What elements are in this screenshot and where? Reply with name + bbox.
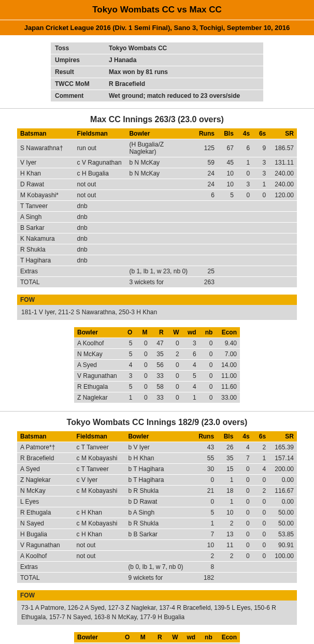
bowling-row: A Syed405604014.00 bbox=[74, 360, 240, 371]
th-econ: Econ bbox=[216, 632, 240, 643]
batting-row: T Tanveerdnb bbox=[17, 201, 297, 212]
info-toss: Tokyo Wombats CC bbox=[105, 42, 263, 54]
innings1-bowling-table: Bowler O M R W wd nb Econ A Koolhof50470… bbox=[74, 327, 240, 403]
match-subtitle: Japan Cricket League 2016 (Div. 1 Semi F… bbox=[0, 20, 314, 35]
info-result-label: Result bbox=[51, 66, 105, 78]
info-toss-label: Toss bbox=[51, 42, 105, 54]
th-6s: 6s bbox=[253, 128, 269, 139]
match-info-table: TossTokyo Wombats CC UmpiresJ Hanada Res… bbox=[51, 42, 263, 102]
th-6s: 6s bbox=[253, 431, 269, 442]
batting-row: N McKayc M Kobayashib R Shukla211802116.… bbox=[17, 486, 297, 496]
extras-row: Extras (b 0, lb 1, w 7, nb 0) 8 bbox=[17, 562, 297, 573]
th-bowler: Bowler bbox=[74, 327, 120, 338]
th-bowler: Bowler bbox=[125, 431, 193, 442]
th-fieldsman: Fieldsman bbox=[74, 128, 126, 139]
innings2-fow: FOW 73-1 A Patmore, 126-2 A Syed, 127-3 … bbox=[17, 590, 297, 625]
th-bowler: Bowler bbox=[74, 632, 117, 643]
batting-row: N Sayedc M Kobayashib R Shukla120050.00 bbox=[17, 518, 297, 529]
fow-label: FOW bbox=[17, 590, 297, 601]
th-bls: Bls bbox=[218, 128, 237, 139]
th-r: R bbox=[149, 632, 165, 643]
batting-row: V Iyerc V Ragunathanb N McKay594513131.1… bbox=[17, 157, 297, 168]
batting-row: R Shukladnb bbox=[17, 244, 297, 255]
th-batsman: Batsman bbox=[17, 431, 74, 442]
fow-text: 181-1 V Iyer, 211-2 S Nawarathna, 250-3 … bbox=[20, 308, 294, 317]
batting-row: S Nawarathna†run out(H Bugalia/Z Nagleka… bbox=[17, 139, 297, 157]
match-title: Tokyo Wombats CC vs Max CC bbox=[0, 0, 314, 20]
fow-text: 73-1 A Patmore, 126-2 A Syed, 127-3 Z Na… bbox=[20, 603, 294, 622]
batting-row: V Ragunathannot out10110090.91 bbox=[17, 540, 297, 551]
th-batsman: Batsman bbox=[17, 128, 74, 139]
th-nb: nb bbox=[198, 632, 216, 643]
divider bbox=[0, 108, 314, 109]
th-4s: 4s bbox=[236, 431, 252, 442]
th-o: O bbox=[117, 632, 133, 643]
th-4s: 4s bbox=[237, 128, 253, 139]
innings2-batting-table: Batsman Fieldsman Bowler Runs Bls 4s 6s … bbox=[17, 431, 297, 583]
th-m: M bbox=[133, 632, 148, 643]
batting-row: M Kobayashi*not out6500120.00 bbox=[17, 190, 297, 201]
batting-row: H Bugaliac H Khanb B Sarkar7130053.85 bbox=[17, 529, 297, 540]
batting-row: B Sarkardnb bbox=[17, 223, 297, 233]
th-bowler: Bowler bbox=[126, 128, 193, 139]
fow-label: FOW bbox=[17, 295, 297, 305]
info-umpires-label: Umpires bbox=[51, 54, 105, 66]
info-mom: R Bracefield bbox=[105, 78, 263, 90]
info-comment: Wet ground; match reduced to 23 overs/si… bbox=[105, 90, 263, 102]
info-umpires: J Hanada bbox=[105, 54, 263, 66]
batting-row: R Bracefieldc M Kobayashib H Khan5535711… bbox=[17, 453, 297, 464]
innings2-bowling-table: Bowler O M R W wd nb Econ R Shukla502820… bbox=[74, 632, 240, 644]
batting-row: Z Naglekarc V Iyerb T Hagihara01000.00 bbox=[17, 475, 297, 486]
batting-row: A Singhdnb bbox=[17, 212, 297, 223]
extras-row: Extras (b 1, lb 1, w 23, nb 0) 25 bbox=[17, 266, 297, 277]
total-row: TOTAL 3 wickets for 263 bbox=[17, 277, 297, 288]
th-wd: wd bbox=[181, 632, 199, 643]
bowling-row: R Ethugala505804011.60 bbox=[74, 382, 240, 392]
th-w: W bbox=[165, 632, 181, 643]
batting-row: A Koolhofnot out2200100.00 bbox=[17, 551, 297, 562]
bowling-row: Z Naglekar103301033.00 bbox=[74, 392, 240, 403]
batting-row: R Ethugalac H Khanb A Singh5100050.00 bbox=[17, 507, 297, 518]
batting-row: K Nakamuradnb bbox=[17, 233, 297, 244]
batting-row: A Syedc T Tanveerb T Hagihara301504200.0… bbox=[17, 464, 297, 475]
th-runs: Runs bbox=[193, 431, 217, 442]
batting-row: A Patmore*†c T Tanveerb V Iyer432642165.… bbox=[17, 442, 297, 453]
info-comment-label: Comment bbox=[51, 90, 105, 102]
innings1-fow: FOW 181-1 V Iyer, 211-2 S Nawarathna, 25… bbox=[17, 295, 297, 320]
batting-row: T Hagiharadnb bbox=[17, 255, 297, 266]
innings1-batting-table: Batsman Fieldsman Bowler Runs Bls 4s 6s … bbox=[17, 128, 297, 287]
bowling-row: V Ragunathan303305011.00 bbox=[74, 371, 240, 382]
th-wd: wd bbox=[182, 327, 199, 338]
total-row: TOTAL 9 wickets for 182 bbox=[17, 573, 297, 583]
divider bbox=[0, 411, 314, 412]
innings2-title: Tokyo Wombats CC Innings 182/9 (23.0 ove… bbox=[0, 418, 314, 427]
th-nb: nb bbox=[199, 327, 216, 338]
bowling-row: N McKay50352607.00 bbox=[74, 349, 240, 360]
th-m: M bbox=[135, 327, 150, 338]
th-sr: SR bbox=[269, 128, 297, 139]
batting-row: L Eyesb D Rawat01000.00 bbox=[17, 496, 297, 507]
bowling-row: A Koolhof50470309.40 bbox=[74, 338, 240, 349]
th-fieldsman: Fieldsman bbox=[74, 431, 125, 442]
th-o: O bbox=[120, 327, 135, 338]
info-mom-label: TWCC MoM bbox=[51, 78, 105, 90]
batting-row: H Khanc H Bugaliab N McKay241003240.00 bbox=[17, 168, 297, 179]
th-r: R bbox=[151, 327, 167, 338]
th-econ: Econ bbox=[216, 327, 240, 338]
th-bls: Bls bbox=[217, 431, 236, 442]
th-w: W bbox=[167, 327, 182, 338]
th-sr: SR bbox=[269, 431, 297, 442]
batting-row: D Rawatnot out241031240.00 bbox=[17, 179, 297, 190]
innings1-title: Max CC Innings 263/3 (23.0 overs) bbox=[0, 115, 314, 124]
info-result: Max won by 81 runs bbox=[105, 66, 263, 78]
th-runs: Runs bbox=[194, 128, 218, 139]
